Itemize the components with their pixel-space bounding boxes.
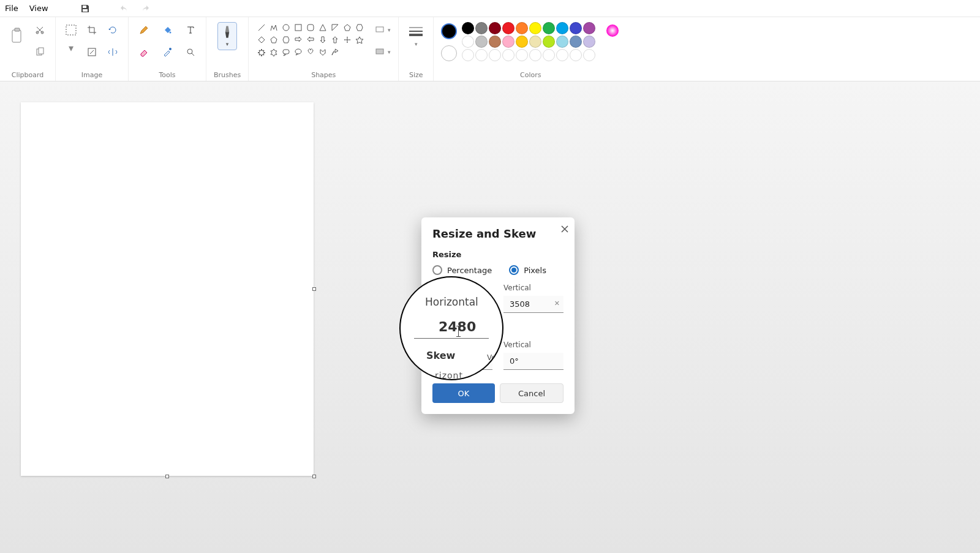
color-swatch[interactable] bbox=[556, 22, 568, 34]
palette-row-2[interactable] bbox=[462, 36, 595, 48]
group-label-image: Image bbox=[81, 69, 102, 80]
color-swatch[interactable] bbox=[583, 22, 595, 34]
pencil-icon[interactable] bbox=[136, 22, 152, 38]
svg-rect-1 bbox=[15, 28, 20, 31]
mag-skew-label: Skew bbox=[410, 350, 492, 361]
group-label-shapes: Shapes bbox=[311, 69, 336, 80]
svg-rect-0 bbox=[12, 30, 21, 42]
select-button[interactable] bbox=[63, 22, 79, 38]
svg-rect-13 bbox=[307, 24, 314, 31]
color-swatch[interactable] bbox=[462, 36, 474, 48]
close-icon[interactable] bbox=[561, 224, 568, 235]
svg-rect-6 bbox=[66, 25, 76, 35]
svg-point-15 bbox=[295, 49, 301, 54]
svg-point-18 bbox=[606, 24, 619, 37]
radio-pixels[interactable]: Pixels bbox=[509, 265, 546, 275]
cut-icon[interactable] bbox=[32, 22, 48, 38]
group-colors: Colors bbox=[434, 17, 627, 81]
copy-icon[interactable] bbox=[32, 44, 48, 60]
chevron-down-icon: ▾ bbox=[415, 41, 418, 47]
color-swatch[interactable] bbox=[489, 36, 501, 48]
ok-button[interactable]: OK bbox=[432, 383, 495, 403]
svg-rect-16 bbox=[376, 27, 383, 32]
size-button[interactable]: ▾ bbox=[406, 22, 426, 50]
menu-file[interactable]: File bbox=[5, 4, 18, 13]
color-swatch[interactable] bbox=[543, 22, 555, 34]
chevron-down-icon[interactable]: ▾ bbox=[63, 44, 79, 51]
color-swatch[interactable] bbox=[516, 22, 528, 34]
svg-rect-17 bbox=[376, 49, 383, 54]
color1-swatch[interactable] bbox=[441, 23, 457, 39]
brush-button[interactable]: ▾ bbox=[217, 22, 237, 50]
magnifier-overlay: Horizontal 2480 Skew Vertical rizont bbox=[399, 276, 503, 380]
text-icon[interactable] bbox=[183, 22, 198, 38]
edit-colors-button[interactable] bbox=[605, 23, 620, 40]
rotate-icon[interactable] bbox=[105, 22, 121, 38]
resize-handle-right[interactable] bbox=[312, 287, 316, 291]
color-swatch[interactable] bbox=[570, 36, 582, 48]
svg-point-10 bbox=[187, 49, 192, 54]
color-swatch[interactable] bbox=[529, 36, 541, 48]
color-swatch[interactable] bbox=[543, 36, 555, 48]
save-icon[interactable] bbox=[80, 4, 90, 13]
crop-icon[interactable] bbox=[84, 22, 100, 38]
mag-horizontal-value: 2480 bbox=[414, 317, 489, 339]
svg-point-9 bbox=[169, 48, 172, 50]
menu-view[interactable]: View bbox=[29, 4, 48, 13]
color-swatch[interactable] bbox=[462, 22, 474, 34]
color-swatch[interactable] bbox=[489, 22, 501, 34]
paste-button[interactable] bbox=[7, 22, 27, 50]
group-label-colors: Colors bbox=[520, 69, 541, 80]
canvas[interactable] bbox=[21, 102, 314, 476]
color-swatch[interactable] bbox=[529, 22, 541, 34]
clear-icon[interactable]: ✕ bbox=[554, 299, 560, 307]
color-swatch[interactable] bbox=[556, 36, 568, 48]
shape-fill-dropdown[interactable]: ▾ bbox=[375, 44, 391, 60]
workarea: Resize and Skew Resize Percentage Pixels… bbox=[0, 81, 980, 553]
undo-icon[interactable] bbox=[119, 4, 129, 13]
group-label-tools: Tools bbox=[159, 69, 175, 80]
shape-outline-dropdown[interactable]: ▾ bbox=[375, 22, 391, 38]
palette-row-1[interactable] bbox=[462, 22, 595, 34]
group-brushes: ▾ Brushes bbox=[206, 17, 249, 81]
flip-icon[interactable] bbox=[105, 44, 121, 60]
color-swatch[interactable] bbox=[516, 36, 528, 48]
group-label-clipboard: Clipboard bbox=[12, 69, 44, 80]
text-cursor-icon bbox=[458, 326, 459, 337]
svg-rect-12 bbox=[295, 24, 301, 31]
skew-vertical-input[interactable] bbox=[503, 353, 564, 370]
color-swatch[interactable] bbox=[502, 36, 514, 48]
group-shapes: ▾ ▾ Shapes bbox=[249, 17, 399, 81]
color-swatch[interactable] bbox=[475, 22, 488, 34]
eraser-icon[interactable] bbox=[136, 44, 152, 60]
svg-point-11 bbox=[283, 24, 289, 31]
color-swatch[interactable] bbox=[570, 22, 582, 34]
group-tools: Tools bbox=[129, 17, 206, 81]
resize-vertical-field: Vertical ✕ bbox=[503, 284, 564, 313]
group-image: ▾ Image bbox=[56, 17, 129, 81]
svg-rect-5 bbox=[39, 48, 43, 54]
color-swatch[interactable] bbox=[583, 36, 595, 48]
color-swatch[interactable] bbox=[502, 22, 514, 34]
resize-handle-bottom[interactable] bbox=[165, 475, 169, 478]
resize-handle-corner[interactable] bbox=[312, 475, 316, 478]
color-swatch[interactable] bbox=[475, 36, 488, 48]
resize-icon[interactable] bbox=[84, 44, 100, 60]
magnifier-icon[interactable] bbox=[183, 44, 198, 60]
group-label-brushes: Brushes bbox=[214, 69, 241, 80]
palette-row-3[interactable] bbox=[462, 49, 595, 61]
skew-vertical-field: Vertical bbox=[503, 340, 564, 370]
shapes-gallery[interactable] bbox=[256, 22, 365, 58]
group-clipboard: Clipboard bbox=[0, 17, 56, 81]
bucket-icon[interactable] bbox=[159, 22, 175, 38]
menubar: File View bbox=[0, 0, 980, 17]
radio-percentage[interactable]: Percentage bbox=[432, 265, 492, 275]
redo-icon[interactable] bbox=[140, 4, 150, 13]
color2-swatch[interactable] bbox=[441, 45, 457, 61]
mag-partial-text: rizont bbox=[435, 371, 463, 380]
svg-rect-14 bbox=[283, 50, 289, 54]
eyedropper-icon[interactable] bbox=[159, 44, 175, 60]
svg-point-8 bbox=[170, 32, 172, 34]
resize-header: Resize bbox=[432, 250, 564, 259]
cancel-button[interactable]: Cancel bbox=[500, 383, 564, 403]
